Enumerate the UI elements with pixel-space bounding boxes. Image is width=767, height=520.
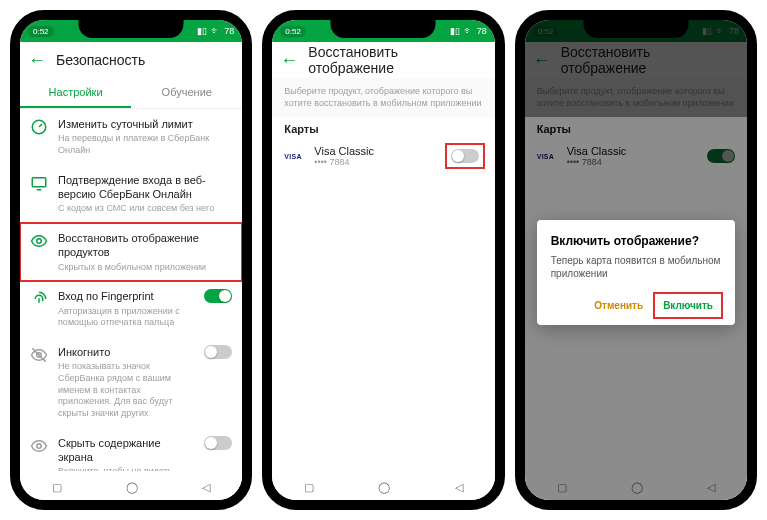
phone-screen-1: 0:52 ▮▯ ᯤ 78 ← Безопасность Настройки Об…	[10, 10, 252, 510]
notch	[583, 20, 688, 38]
row-subtitle: С кодом из СМС или совсем без него	[58, 203, 232, 215]
app-bar: ← Восстановить отображение	[272, 42, 494, 78]
page-title: Безопасность	[56, 52, 145, 68]
back-arrow-icon[interactable]: ←	[28, 51, 46, 69]
tab-learning[interactable]: Обучение	[131, 78, 242, 108]
battery-icon: 78	[477, 26, 487, 36]
card-row[interactable]: VISA Visa Classic •••• 7884	[272, 137, 494, 175]
row-incognito[interactable]: Инкогнито Не показывать значок СберБанка…	[20, 337, 242, 428]
row-title: Вход по Fingerprint	[58, 289, 194, 303]
row-restore-products[interactable]: Восстановить отображение продуктов Скрыт…	[20, 223, 242, 281]
wifi-icon: ᯤ	[211, 26, 220, 36]
eye-off-icon	[30, 346, 48, 364]
status-time: 0:52	[280, 26, 306, 37]
toggle-fingerprint[interactable]	[204, 289, 232, 303]
tabs: Настройки Обучение	[20, 78, 242, 109]
nav-back-icon[interactable]: ◁	[455, 481, 463, 494]
nav-home-icon[interactable]: ◯	[126, 481, 138, 494]
fingerprint-icon	[30, 290, 48, 308]
wifi-icon: ᯤ	[464, 26, 473, 36]
visa-brand-icon: VISA	[284, 153, 304, 160]
battery-icon: 78	[224, 26, 234, 36]
signal-icon: ▮▯	[450, 26, 460, 36]
section-cards: Карты	[272, 117, 494, 137]
confirm-dialog: Включить отображение? Теперь карта появи…	[537, 220, 735, 325]
settings-list: Изменить суточный лимит На переводы и пл…	[20, 109, 242, 471]
nav-recent-icon[interactable]: ▢	[304, 481, 314, 494]
nav-home-icon[interactable]: ◯	[378, 481, 390, 494]
row-subtitle: Авторизация в приложении с помощью отпеч…	[58, 306, 194, 329]
toggle-incognito[interactable]	[204, 345, 232, 359]
monitor-icon	[30, 174, 48, 192]
shield-eye-icon	[30, 437, 48, 455]
help-text: Выберите продукт, отображение которого в…	[272, 78, 494, 117]
signal-icon: ▮▯	[197, 26, 207, 36]
row-title: Изменить суточный лимит	[58, 117, 232, 131]
row-web-confirm[interactable]: Подтверждение входа в веб-версию СберБан…	[20, 165, 242, 223]
row-title: Восстановить отображение продуктов	[58, 231, 232, 260]
row-subtitle: Не показывать значок СберБанка рядом с в…	[58, 361, 194, 419]
row-subtitle: На переводы и платежи в СберБанк Онлайн	[58, 133, 232, 156]
row-title: Скрыть содержание экрана	[58, 436, 194, 465]
svg-point-4	[37, 443, 42, 448]
app-bar: ← Безопасность	[20, 42, 242, 78]
row-subtitle: Скрытых в мобильном приложении	[58, 262, 232, 274]
android-nav: ▢ ◯ ◁	[272, 474, 494, 500]
nav-back-icon[interactable]: ◁	[202, 481, 210, 494]
row-title: Инкогнито	[58, 345, 194, 359]
row-daily-limit[interactable]: Изменить суточный лимит На переводы и пл…	[20, 109, 242, 165]
card-name: Visa Classic	[314, 145, 436, 157]
svg-point-2	[37, 239, 42, 244]
row-hide-screen[interactable]: Скрыть содержание экрана Включите, чтобы…	[20, 428, 242, 471]
back-arrow-icon[interactable]: ←	[280, 51, 298, 69]
notch	[331, 20, 436, 38]
nav-recent-icon[interactable]: ▢	[52, 481, 62, 494]
toggle-hide-screen[interactable]	[204, 436, 232, 450]
cancel-button[interactable]: Отменить	[586, 294, 651, 317]
tab-settings[interactable]: Настройки	[20, 78, 131, 108]
status-time: 0:52	[28, 26, 54, 37]
row-subtitle: Включите, чтобы не видеть содержание экр…	[58, 466, 194, 471]
phone-screen-2: 0:52 ▮▯ ᯤ 78 ← Восстановить отображение …	[262, 10, 504, 510]
confirm-button[interactable]: Включить	[655, 294, 721, 317]
android-nav: ▢ ◯ ◁	[20, 474, 242, 500]
row-fingerprint[interactable]: Вход по Fingerprint Авторизация в прилож…	[20, 281, 242, 337]
eye-icon	[30, 232, 48, 250]
svg-rect-1	[32, 177, 46, 186]
dialog-body: Теперь карта появится в мобильном прилож…	[551, 254, 721, 280]
toggle-card-visibility[interactable]	[451, 149, 479, 163]
card-number: •••• 7884	[314, 157, 436, 167]
page-title: Восстановить отображение	[308, 44, 486, 76]
notch	[79, 20, 184, 38]
phone-screen-3: 0:52 ▮▯ ᯤ 78 ← Восстановить отображение …	[515, 10, 757, 510]
gauge-icon	[30, 118, 48, 136]
highlight-box	[447, 145, 483, 167]
dialog-title: Включить отображение?	[551, 234, 721, 248]
row-title: Подтверждение входа в веб-версию СберБан…	[58, 173, 232, 202]
